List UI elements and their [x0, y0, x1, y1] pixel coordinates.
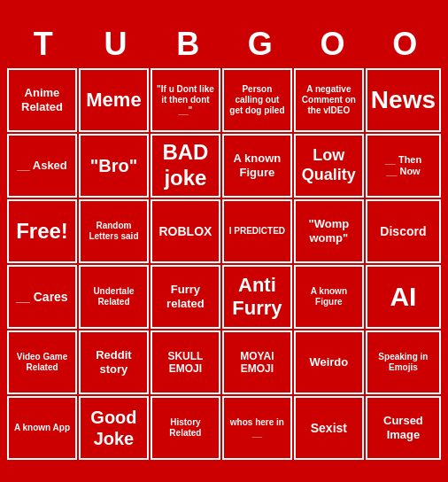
header-o1: O	[297, 22, 369, 66]
cell-8[interactable]: BAD joke	[151, 134, 220, 198]
header-u: U	[80, 22, 152, 66]
cell-0[interactable]: Anime Related	[7, 68, 77, 132]
cell-26[interactable]: SKULL EMOJI	[151, 330, 220, 394]
cell-29[interactable]: Speaking in Emojis	[366, 330, 441, 394]
cell-17[interactable]: Discord	[366, 199, 441, 263]
cell-31[interactable]: Good Joke	[79, 396, 149, 460]
bingo-grid: Anime Related Meme "If u Dont like it th…	[7, 68, 441, 460]
cell-28[interactable]: Weirdo	[294, 330, 364, 394]
cell-6[interactable]: __ Asked	[7, 134, 77, 198]
cell-30[interactable]: A known App	[7, 396, 77, 460]
cell-5[interactable]: News	[366, 68, 441, 132]
cell-21[interactable]: Anti Furry	[222, 265, 292, 329]
header-t: T	[7, 22, 80, 66]
bingo-header: T U B G O O	[7, 22, 441, 66]
cell-11[interactable]: __ Then __ Now	[366, 134, 441, 198]
cell-12[interactable]: Free!	[7, 199, 77, 263]
cell-16[interactable]: "Womp womp"	[294, 199, 364, 263]
cell-3[interactable]: Person calling out get dog piled	[222, 68, 292, 132]
bingo-card: T U B G O O Anime Related Meme "If u Don…	[0, 15, 448, 467]
cell-15[interactable]: I PREDICTED	[222, 199, 292, 263]
header-b: B	[151, 22, 224, 66]
cell-19[interactable]: Undertale Related	[79, 265, 149, 329]
header-o2: O	[368, 22, 441, 66]
cell-14[interactable]: ROBLOX	[151, 199, 220, 263]
cell-34[interactable]: Sexist	[294, 396, 364, 460]
cell-1[interactable]: Meme	[79, 68, 149, 132]
cell-10[interactable]: Low Quality	[294, 134, 364, 198]
header-g: G	[224, 22, 297, 66]
cell-2[interactable]: "If u Dont like it then dont __"	[151, 68, 220, 132]
cell-23[interactable]: AI	[366, 265, 441, 329]
cell-35[interactable]: Cursed Image	[366, 396, 441, 460]
cell-25[interactable]: Reddit story	[79, 330, 149, 394]
cell-24[interactable]: Video Game Related	[7, 330, 77, 394]
cell-22[interactable]: A known Figure	[294, 265, 364, 329]
cell-7[interactable]: "Bro"	[79, 134, 149, 198]
cell-13[interactable]: Random Letters said	[79, 199, 149, 263]
cell-4[interactable]: A negative Comment on the vIDEO	[294, 68, 364, 132]
cell-33[interactable]: whos here in __	[222, 396, 292, 460]
cell-18[interactable]: __ Cares	[7, 265, 77, 329]
cell-9[interactable]: A known Figure	[222, 134, 292, 198]
cell-20[interactable]: Furry related	[151, 265, 220, 329]
cell-32[interactable]: History Related	[151, 396, 220, 460]
cell-27[interactable]: MOYAI EMOJI	[222, 330, 292, 394]
